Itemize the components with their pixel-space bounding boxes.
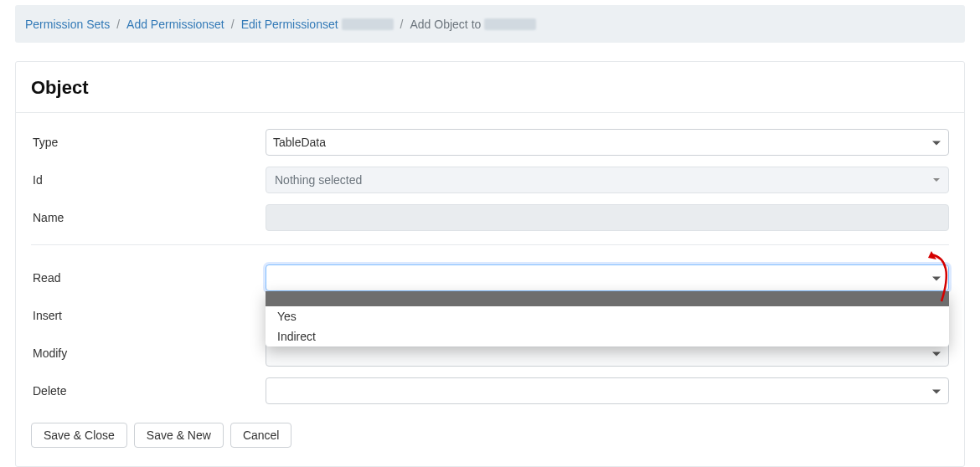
- label-read: Read: [31, 271, 266, 285]
- row-name: Name: [31, 198, 949, 236]
- read-option-blank[interactable]: [266, 291, 949, 306]
- chevron-down-icon: [933, 178, 940, 182]
- row-type: Type TableData: [31, 123, 949, 161]
- row-delete: Delete: [31, 372, 949, 409]
- breadcrumb-add-permissionset[interactable]: Add Permissionset: [126, 18, 224, 31]
- breadcrumb-current: Add Object to: [410, 18, 481, 31]
- id-select-placeholder: Nothing selected: [275, 173, 362, 187]
- breadcrumb-separator: /: [231, 18, 235, 31]
- masked-text: [342, 18, 394, 30]
- card-title: Object: [16, 62, 964, 112]
- read-option-indirect[interactable]: Indirect: [266, 326, 949, 346]
- cancel-button[interactable]: Cancel: [230, 423, 292, 448]
- masked-text: [484, 18, 536, 30]
- breadcrumb: Permission Sets / Add Permissionset / Ed…: [15, 5, 965, 43]
- label-insert: Insert: [31, 309, 266, 322]
- row-read: Read Yes Indirect: [31, 259, 949, 296]
- label-modify: Modify: [31, 346, 266, 360]
- row-id: Id Nothing selected: [31, 161, 949, 198]
- label-name: Name: [31, 211, 266, 224]
- label-type: Type: [31, 136, 266, 149]
- delete-select[interactable]: [266, 377, 949, 404]
- object-card: Object Type TableData Id Nothing selecte…: [15, 61, 965, 467]
- type-select[interactable]: TableData: [266, 129, 949, 156]
- id-select[interactable]: Nothing selected: [266, 167, 949, 193]
- save-close-button[interactable]: Save & Close: [31, 423, 127, 448]
- breadcrumb-permission-sets[interactable]: Permission Sets: [25, 18, 110, 31]
- read-option-yes[interactable]: Yes: [266, 306, 949, 326]
- name-input: [266, 204, 949, 231]
- read-select[interactable]: [266, 264, 949, 291]
- save-new-button[interactable]: Save & New: [134, 423, 224, 448]
- breadcrumb-separator: /: [116, 18, 120, 31]
- label-id: Id: [31, 173, 266, 187]
- label-delete: Delete: [31, 384, 266, 398]
- breadcrumb-separator: /: [400, 18, 404, 31]
- button-row: Save & Close Save & New Cancel: [31, 423, 949, 448]
- breadcrumb-edit-permissionset[interactable]: Edit Permissionset: [241, 18, 338, 31]
- divider: [31, 244, 949, 245]
- read-dropdown-panel: Yes Indirect: [266, 291, 949, 346]
